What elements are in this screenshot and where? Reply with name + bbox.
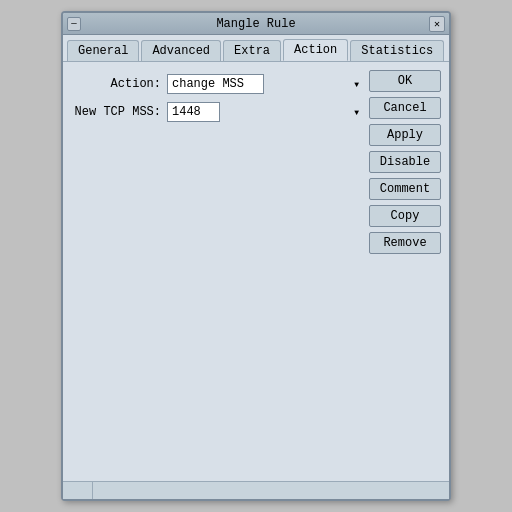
disable-button[interactable]: Disable — [369, 151, 441, 173]
apply-button[interactable]: Apply — [369, 124, 441, 146]
side-buttons: OK Cancel Apply Disable Comment Copy Rem… — [369, 62, 449, 481]
action-select-wrapper: change MSS — [167, 74, 361, 94]
close-button[interactable]: ✕ — [429, 16, 445, 32]
status-right — [93, 482, 449, 499]
tcp-mss-select[interactable]: 1448 — [167, 102, 220, 122]
status-bar — [63, 481, 449, 499]
main-panel: Action: change MSS New TCP MSS: 1448 — [63, 62, 369, 481]
tab-action[interactable]: Action — [283, 39, 348, 61]
tab-general[interactable]: General — [67, 40, 139, 61]
action-select[interactable]: change MSS — [167, 74, 264, 94]
action-row: Action: change MSS — [71, 74, 361, 94]
ok-button[interactable]: OK — [369, 70, 441, 92]
comment-button[interactable]: Comment — [369, 178, 441, 200]
tab-extra[interactable]: Extra — [223, 40, 281, 61]
minimize-button[interactable]: ─ — [67, 17, 81, 31]
remove-button[interactable]: Remove — [369, 232, 441, 254]
tab-statistics[interactable]: Statistics — [350, 40, 444, 61]
action-label: Action: — [71, 77, 161, 91]
title-bar: ─ Mangle Rule ✕ — [63, 13, 449, 35]
copy-button[interactable]: Copy — [369, 205, 441, 227]
status-left — [63, 482, 93, 499]
cancel-button[interactable]: Cancel — [369, 97, 441, 119]
tab-advanced[interactable]: Advanced — [141, 40, 221, 61]
window-title: Mangle Rule — [216, 17, 295, 31]
mangle-rule-window: ─ Mangle Rule ✕ General Advanced Extra A… — [61, 11, 451, 501]
content-area: Action: change MSS New TCP MSS: 1448 OK — [63, 62, 449, 481]
title-bar-controls: ─ — [67, 17, 81, 31]
tabs-row: General Advanced Extra Action Statistics — [63, 35, 449, 62]
tcp-mss-label: New TCP MSS: — [71, 105, 161, 119]
tcp-mss-row: New TCP MSS: 1448 — [71, 102, 361, 122]
tcp-mss-select-wrapper: 1448 — [167, 102, 361, 122]
empty-area — [71, 130, 361, 469]
